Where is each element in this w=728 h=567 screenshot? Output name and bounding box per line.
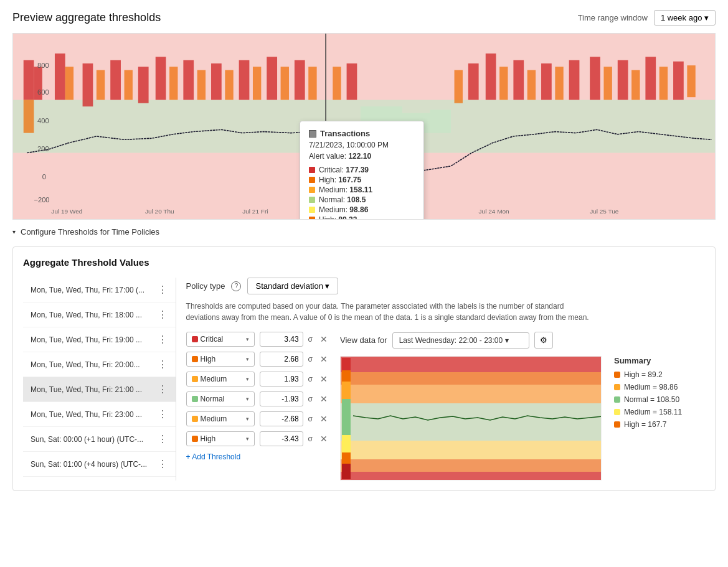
svg-rect-12 <box>156 57 166 100</box>
policy-type-button[interactable]: Standard deviation ▾ <box>247 278 338 294</box>
sigma-label-5: σ <box>308 434 313 443</box>
tooltip-row-critical: Critical: 177.39 <box>309 166 415 174</box>
severity-dropdown-2[interactable]: Medium ▾ <box>186 372 255 387</box>
sigma-label-3: σ <box>308 395 313 403</box>
page-header: Preview aggregate thresholds Time range … <box>12 10 716 26</box>
view-data-row: View data for Last Wednesday: 22:00 - 23… <box>340 332 695 349</box>
slot-menu-1[interactable]: ⋮ <box>158 309 168 321</box>
remove-threshold-5[interactable]: ✕ <box>318 433 330 445</box>
threshold-row-3: Normal ▾ σ ✕ <box>186 391 330 406</box>
svg-rect-39 <box>590 57 600 100</box>
time-slots-list: Mon, Tue, Wed, Thu, Fri: 17:00 (... ⋮ Mo… <box>23 278 176 480</box>
panel-title: Aggregate Threshold Values <box>23 257 705 268</box>
mini-chart-and-summary: Summary High = 89.2 Medium = 98.86 <box>340 356 695 480</box>
svg-text:0: 0 <box>42 173 46 180</box>
svg-rect-26 <box>347 63 357 100</box>
threshold-row-0: Critical ▾ σ ✕ <box>186 332 330 347</box>
time-slot-2[interactable]: Mon, Tue, Wed, Thu, Fri: 19:00 ... ⋮ <box>23 327 176 352</box>
tooltip-icon <box>309 130 316 138</box>
summary-item-2: Normal = 108.50 <box>614 395 695 404</box>
tooltip-dot-high1 <box>309 177 315 183</box>
threshold-input-1[interactable] <box>260 352 303 367</box>
slot-menu-3[interactable]: ⋮ <box>158 358 168 370</box>
tooltip-row-medium1: Medium: 158.11 <box>309 185 415 194</box>
svg-rect-19 <box>253 67 261 100</box>
time-slot-4[interactable]: Mon, Tue, Wed, Thu, Fri: 21:00 ... ⋮ <box>23 377 176 402</box>
slot-menu-0[interactable]: ⋮ <box>158 284 168 296</box>
svg-rect-22 <box>295 60 305 100</box>
help-icon[interactable]: ? <box>231 281 241 291</box>
severity-arrow-5: ▾ <box>246 436 249 442</box>
view-data-select[interactable]: Last Wednesday: 22:00 - 23:00 ▾ <box>392 332 529 349</box>
slot-menu-7[interactable]: ⋮ <box>158 458 168 470</box>
svg-rect-15 <box>197 70 206 100</box>
slot-menu-6[interactable]: ⋮ <box>158 433 168 445</box>
tooltip-row-normal: Normal: 108.5 <box>309 195 415 204</box>
slot-menu-4[interactable]: ⋮ <box>158 383 168 395</box>
svg-text:Jul 24 Mon: Jul 24 Mon <box>479 209 509 215</box>
severity-dot-2 <box>192 376 198 382</box>
time-slot-6[interactable]: Sun, Sat: 00:00 (+1 hour) (UTC-... ⋮ <box>23 427 176 452</box>
svg-rect-13 <box>169 67 177 100</box>
threshold-input-4[interactable] <box>260 411 303 426</box>
time-slot-7[interactable]: Sun, Sat: 01:00 (+4 hours) (UTC-... ⋮ <box>23 452 176 477</box>
gear-button[interactable]: ⚙ <box>534 332 553 349</box>
threshold-input-2[interactable] <box>260 372 303 387</box>
policy-type-label: Policy type <box>186 281 225 291</box>
severity-arrow-2: ▾ <box>246 376 249 382</box>
remove-threshold-2[interactable]: ✕ <box>318 373 330 385</box>
time-slot-3[interactable]: Mon, Tue, Wed, Thu, Fri: 20:00... ⋮ <box>23 352 176 377</box>
threshold-input-0[interactable] <box>260 332 303 347</box>
slot-menu-5[interactable]: ⋮ <box>158 408 168 420</box>
svg-rect-63 <box>341 385 602 403</box>
severity-dropdown-4[interactable]: Medium ▾ <box>186 411 255 426</box>
svg-rect-71 <box>342 382 351 399</box>
configure-section[interactable]: ▾ Configure Thresholds for Time Policies <box>12 227 716 237</box>
remove-threshold-1[interactable]: ✕ <box>318 353 330 365</box>
summary-dot-1 <box>614 384 620 390</box>
svg-rect-42 <box>631 70 640 100</box>
svg-rect-65 <box>341 441 602 459</box>
remove-threshold-4[interactable]: ✕ <box>318 413 330 425</box>
severity-dropdown-1[interactable]: High ▾ <box>186 352 255 367</box>
svg-rect-17 <box>225 70 233 100</box>
svg-rect-30 <box>455 70 463 103</box>
summary-dot-0 <box>614 372 620 378</box>
svg-rect-66 <box>341 459 602 472</box>
svg-rect-36 <box>541 63 552 100</box>
view-data-label: View data for <box>340 335 387 345</box>
mini-chart-svg <box>340 356 602 480</box>
summary-panel: Summary High = 89.2 Medium = 98.86 <box>614 356 695 480</box>
svg-rect-23 <box>308 67 316 100</box>
svg-rect-34 <box>513 60 524 100</box>
aggregate-panel: Aggregate Threshold Values Mon, Tue, Wed… <box>12 246 716 491</box>
svg-rect-14 <box>183 60 194 100</box>
svg-text:−200: −200 <box>34 197 49 204</box>
slot-menu-2[interactable]: ⋮ <box>158 334 168 345</box>
svg-rect-9 <box>110 60 121 100</box>
severity-dropdown-5[interactable]: High ▾ <box>186 431 255 446</box>
threshold-input-5[interactable] <box>260 431 303 446</box>
sigma-label-0: σ <box>308 335 313 344</box>
chart-container: 800 600 400 200 0 −200 Jul 19 Wed Jul 20… <box>12 33 716 220</box>
svg-rect-69 <box>342 358 351 370</box>
time-slot-0[interactable]: Mon, Tue, Wed, Thu, Fri: 17:00 (... ⋮ <box>23 278 176 302</box>
severity-dropdown-3[interactable]: Normal ▾ <box>186 391 255 406</box>
panel-content: Mon, Tue, Wed, Thu, Fri: 17:00 (... ⋮ Mo… <box>23 278 705 480</box>
sigma-label-1: σ <box>308 355 313 363</box>
threshold-input-3[interactable] <box>260 391 303 406</box>
time-slot-1[interactable]: Mon, Tue, Wed, Thu, Fri: 18:00 ... ⋮ <box>23 302 176 327</box>
time-slot-5[interactable]: Mon, Tue, Wed, Thu, Fri: 23:00 ... ⋮ <box>23 402 176 427</box>
time-range-button[interactable]: 1 week ago ▾ <box>654 10 716 26</box>
remove-threshold-3[interactable]: ✕ <box>318 393 330 405</box>
svg-rect-38 <box>569 60 580 100</box>
severity-dropdown-0[interactable]: Critical ▾ <box>186 332 255 347</box>
time-range-container: Time range window 1 week ago ▾ <box>578 10 716 26</box>
remove-threshold-0[interactable]: ✕ <box>318 333 330 345</box>
tooltip-dot-critical <box>309 167 315 173</box>
tooltip-row-medium2: Medium: 98.86 <box>309 205 415 214</box>
svg-rect-21 <box>281 67 289 100</box>
svg-rect-74 <box>342 452 351 464</box>
add-threshold-button[interactable]: + Add Threshold <box>186 452 241 461</box>
summary-dot-4 <box>614 421 620 428</box>
